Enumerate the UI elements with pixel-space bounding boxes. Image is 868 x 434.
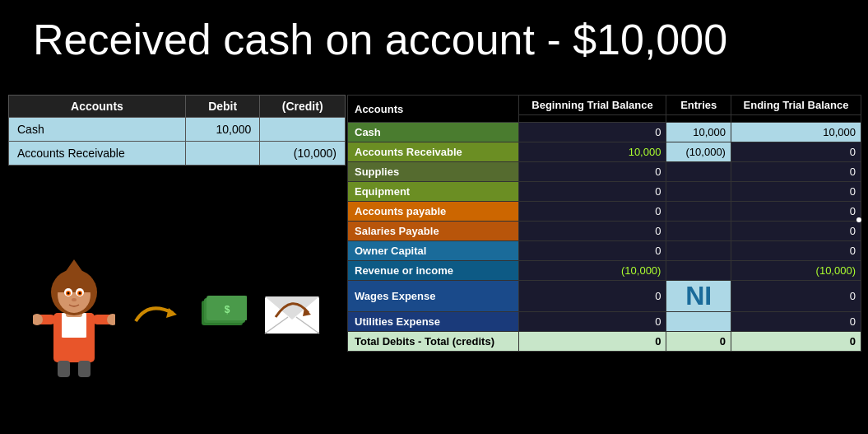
tb-entries-3	[666, 182, 731, 202]
svg-point-14	[72, 298, 77, 301]
tb-beginning-4: 0	[518, 202, 666, 222]
svg-rect-19	[58, 361, 70, 377]
svg-marker-7	[51, 259, 97, 292]
tb-account-8: Wages Expense	[348, 281, 519, 312]
tb-beginning-1: 10,000	[518, 142, 666, 162]
tb-header-entries: Entries	[666, 96, 731, 115]
tb-entries-5	[666, 222, 731, 241]
tb-entries-6	[666, 241, 731, 261]
tb-account-4: Accounts payable	[348, 202, 519, 222]
svg-point-13	[79, 292, 81, 295]
tb-header-ending: Ending Trial Balance	[731, 96, 861, 115]
tb-entries-7	[666, 261, 731, 281]
tb-account-5: Salaries Payable	[348, 222, 519, 241]
tb-beginning-0: 0	[518, 123, 666, 142]
tb-account-9: Utilities Expense	[348, 312, 519, 332]
tb-ending-6: 0	[731, 241, 861, 261]
tb-ending-10: 0	[731, 332, 861, 352]
envelope-icon	[263, 288, 321, 338]
journal-credit-1: (10,000)	[260, 142, 346, 166]
tb-ending-4: 0	[731, 202, 861, 222]
tb-header-beginning: Beginning Trial Balance	[518, 96, 666, 115]
tb-ending-9: 0	[731, 312, 861, 332]
tb-account-0: Cash	[348, 123, 519, 142]
svg-rect-20	[78, 361, 91, 377]
tb-entries-9	[666, 312, 731, 332]
arrow-icon	[132, 296, 181, 329]
tb-entries-4	[666, 202, 731, 222]
tb-beginning-9: 0	[518, 312, 666, 332]
tb-ending-3: 0	[731, 182, 861, 202]
svg-text:$: $	[225, 304, 230, 315]
tb-entries-10: 0	[666, 332, 731, 352]
journal-debit-0: 10,000	[185, 118, 259, 142]
tb-ending-2: 0	[731, 162, 861, 182]
tb-beginning-3: 0	[518, 182, 666, 202]
tb-entries-2	[666, 162, 731, 182]
tb-beginning-2: 0	[518, 162, 666, 182]
illustration-area: $	[8, 222, 346, 404]
journal-table: Accounts Debit (Credit) Cash10,000Accoun…	[8, 95, 346, 166]
journal-header-accounts: Accounts	[9, 96, 186, 118]
decorative-dot	[856, 217, 861, 222]
tb-entries-1: (10,000)	[666, 142, 731, 162]
tb-ending-1: 0	[731, 142, 861, 162]
tb-beginning-8: 0	[518, 281, 666, 312]
journal-header-credit: (Credit)	[260, 96, 346, 118]
tb-account-3: Equipment	[348, 182, 519, 202]
page-title: Received cash on account - $10,000	[33, 15, 727, 64]
journal-account-1: Accounts Receivable	[9, 142, 186, 166]
tb-account-6: Owner Capital	[348, 241, 519, 261]
tb-entries-8: NI	[666, 281, 731, 312]
tb-beginning-7: (10,000)	[518, 261, 666, 281]
tb-beginning-5: 0	[518, 222, 666, 241]
tb-entries-0: 10,000	[666, 123, 731, 142]
tb-ending-8: 0	[731, 281, 861, 312]
tb-ending-5: 0	[731, 222, 861, 241]
tb-beginning-6: 0	[518, 241, 666, 261]
tb-account-10: Total Debits - Total (credits)	[348, 332, 519, 352]
journal-account-0: Cash	[9, 118, 186, 142]
journal-header-debit: Debit	[185, 96, 259, 118]
tb-beginning-10: 0	[518, 332, 666, 352]
journal-credit-0	[260, 118, 346, 142]
character-figure	[33, 247, 115, 379]
svg-point-12	[67, 292, 70, 295]
tb-ending-0: 10,000	[731, 123, 861, 142]
tb-header-accounts: Accounts	[348, 96, 519, 123]
tb-ending-7: (10,000)	[731, 261, 861, 281]
tb-account-1: Accounts Receivable	[348, 142, 519, 162]
tb-account-2: Supplies	[348, 162, 519, 182]
tb-account-7: Revenue or income	[348, 261, 519, 281]
journal-debit-1	[185, 142, 259, 166]
money-icon: $	[197, 288, 247, 338]
trial-balance-table: Accounts Beginning Trial Balance Entries…	[347, 95, 861, 352]
